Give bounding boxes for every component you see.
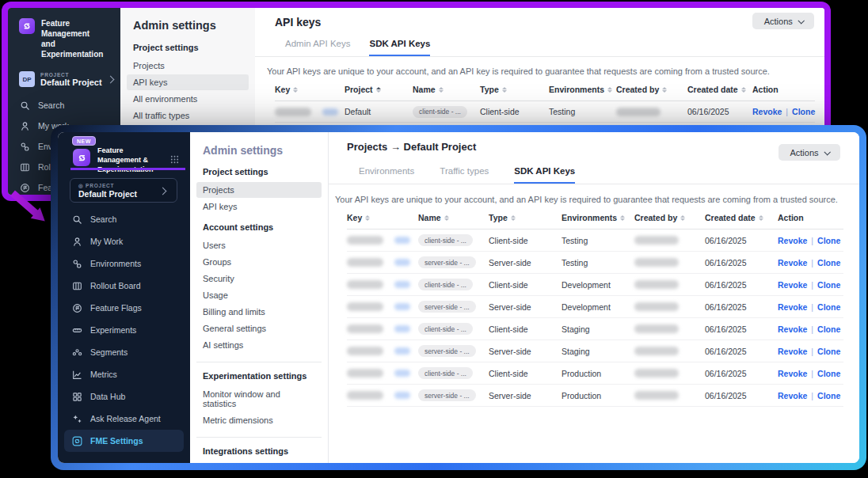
redacted-key [347, 347, 383, 355]
actions-button[interactable]: Actions [779, 144, 840, 161]
apps-grid-icon[interactable] [169, 154, 180, 165]
created-date-cell: 06/16/2025 [705, 324, 778, 334]
nav-item-security[interactable]: Security [196, 271, 322, 286]
nav-item-general-settings[interactable]: General settings [196, 321, 322, 336]
nav-item-ai-settings[interactable]: AI settings [196, 337, 322, 353]
nav-item-all-traffic-types[interactable]: All traffic types [127, 108, 249, 123]
clone-link[interactable]: Clone [817, 280, 840, 290]
col-environments[interactable]: Environments [562, 213, 634, 222]
redacted-created-by [634, 302, 679, 311]
sidebar-item-metrics[interactable]: Metrics [58, 363, 190, 385]
sidebar-item-fme-settings[interactable]: FME Settings [64, 430, 184, 452]
nav-item-api-keys[interactable]: API keys [196, 199, 322, 214]
type-cell: Server-side [489, 302, 562, 312]
col-key[interactable]: Key [275, 85, 345, 94]
nav-item-api-keys[interactable]: API keys [127, 74, 249, 90]
col-created-date[interactable]: Created date [687, 85, 752, 94]
clone-link[interactable]: Clone [817, 347, 840, 356]
revoke-link[interactable]: Revoke [778, 302, 807, 312]
tab-sdk-api-keys[interactable]: SDK API Keys [369, 39, 430, 56]
revoke-link[interactable]: Revoke [778, 324, 807, 334]
tab-sdk-api-keys[interactable]: SDK API Keys [514, 166, 575, 184]
environments-cell: Development [562, 302, 634, 312]
sort-icon [365, 215, 370, 221]
key-cell [347, 236, 418, 245]
tab-traffic-types[interactable]: Traffic types [440, 166, 489, 184]
project-selector[interactable]: ◎ PROJECT Default Project [70, 178, 177, 203]
sidebar-item-feature-flags[interactable]: Feature Flags [58, 297, 190, 319]
clone-link[interactable]: Clone [817, 369, 840, 378]
col-created-date[interactable]: Created date [705, 213, 778, 222]
nav-item-projects[interactable]: Projects [127, 58, 249, 74]
sidebar-item-environments[interactable]: Environments [58, 252, 190, 275]
project-selector[interactable]: DP PROJECT Default Project [8, 59, 120, 95]
col-environments[interactable]: Environments [549, 85, 616, 94]
redacted-key-chip [394, 325, 410, 332]
type-cell: Server-side [489, 391, 562, 400]
revoke-link[interactable]: Revoke [778, 347, 807, 356]
sidebar-item-experiments[interactable]: Experiments [58, 319, 190, 341]
key-name-pill: server-side - ... [418, 389, 476, 401]
environments-cell: Production [562, 369, 634, 378]
project-kicker: PROJECT [40, 72, 102, 78]
sidebar-item-segments[interactable]: Segments [58, 341, 190, 363]
clone-link[interactable]: Clone [817, 258, 840, 267]
nav-item-monitor-window[interactable]: Monitor window and statistics [196, 386, 322, 412]
sidebar-item-search[interactable]: Search [8, 95, 120, 116]
created-date-cell: 06/16/2025 [705, 236, 778, 245]
environments-cell: Testing [562, 258, 634, 267]
redacted-key [347, 236, 383, 245]
redacted-key-chip [394, 392, 410, 399]
clone-link[interactable]: Clone [817, 391, 840, 400]
revoke-link[interactable]: Revoke [778, 258, 807, 267]
table-header: Key Name Type Environments Created by Cr… [347, 213, 843, 230]
nav-item-all-environments[interactable]: All environments [127, 91, 249, 107]
col-project[interactable]: Project [345, 85, 413, 94]
revoke-link[interactable]: Revoke [752, 107, 782, 116]
col-name[interactable]: Name [413, 85, 480, 94]
environments-cell: Staging [562, 347, 634, 356]
redacted-created-by [634, 391, 679, 400]
revoke-link[interactable]: Revoke [778, 236, 807, 245]
nav-item-billing-and-limits[interactable]: Billing and limits [196, 304, 322, 320]
nav-item-metric-dimensions[interactable]: Metric dimensions [196, 412, 322, 428]
clone-link[interactable]: Clone [817, 324, 840, 334]
col-type[interactable]: Type [480, 85, 549, 94]
redacted-created-by [634, 369, 679, 377]
col-action: Action [778, 213, 843, 222]
col-type[interactable]: Type [489, 213, 562, 222]
nav-item-integrations[interactable]: Integrations [196, 461, 322, 463]
datahub-icon [72, 392, 82, 402]
section-integrations-settings: Integrations settings [203, 446, 318, 456]
revoke-link[interactable]: Revoke [778, 391, 807, 400]
nav-item-projects[interactable]: Projects [196, 182, 322, 198]
sidebar-item-my-work[interactable]: My Work [58, 230, 190, 252]
type-cell: Client-side [489, 280, 562, 290]
nav-item-groups[interactable]: Groups [196, 254, 322, 270]
sidebar-item-rollout-board[interactable]: Rollout Board [58, 275, 190, 297]
sidebar-item-data-hub[interactable]: Data Hub [58, 385, 190, 408]
nav-item-users[interactable]: Users [196, 237, 322, 253]
col-created-by[interactable]: Created by [616, 85, 687, 94]
clone-link[interactable]: Clone [817, 236, 840, 245]
key-cell [347, 302, 418, 311]
col-key[interactable]: Key [347, 213, 418, 222]
section-project-settings: Project settings [203, 167, 318, 176]
col-created-by[interactable]: Created by [634, 213, 705, 222]
revoke-link[interactable]: Revoke [778, 369, 807, 378]
redacted-key-chip [394, 303, 410, 310]
key-name-pill: client-side - ... [418, 367, 473, 379]
link-separator [811, 280, 813, 290]
col-name[interactable]: Name [418, 213, 489, 222]
tab-admin-api-keys[interactable]: Admin API Keys [285, 39, 350, 56]
sidebar-item-ask-release-agent[interactable]: Ask Release Agent [58, 408, 190, 430]
type-cell: Server-side [489, 258, 562, 267]
revoke-link[interactable]: Revoke [778, 280, 807, 290]
clone-link[interactable]: Clone [817, 302, 840, 312]
tab-environments[interactable]: Environments [359, 166, 414, 184]
nav-item-usage[interactable]: Usage [196, 287, 322, 303]
clone-link[interactable]: Clone [792, 107, 815, 116]
actions-button[interactable]: Actions [752, 13, 814, 29]
created-date-cell: 06/16/2025 [705, 302, 778, 312]
sidebar-item-search[interactable]: Search [58, 208, 190, 230]
